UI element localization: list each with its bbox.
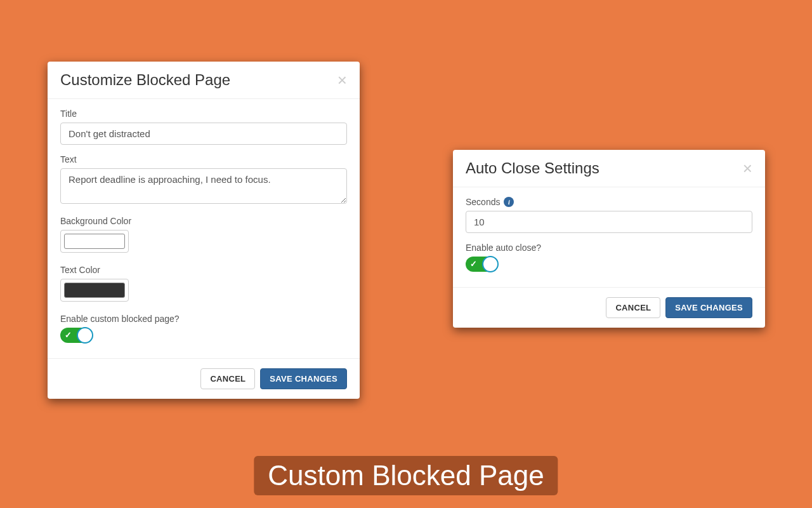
bg-color-label: Background Color xyxy=(60,216,347,226)
modal-header: Customize Blocked Page × xyxy=(48,62,360,99)
bg-color-well xyxy=(60,230,129,253)
modal-header: Auto Close Settings × xyxy=(453,150,765,187)
check-icon: ✓ xyxy=(65,330,72,340)
enable-autoclose-toggle[interactable]: ✓ xyxy=(466,257,497,272)
cancel-button[interactable]: CANCEL xyxy=(606,297,660,318)
modal-footer: CANCEL SAVE CHANGES xyxy=(48,358,360,399)
cancel-button[interactable]: CANCEL xyxy=(200,368,255,389)
text-label: Text xyxy=(60,154,347,164)
enable-autoclose-label: Enable auto close? xyxy=(466,243,752,253)
text-color-well xyxy=(60,279,129,302)
toggle-knob xyxy=(482,256,499,272)
text-color-label: Text Color xyxy=(60,265,347,275)
enable-custom-label: Enable custom blocked page? xyxy=(60,314,347,324)
title-label: Title xyxy=(60,109,347,119)
modal-title: Customize Blocked Page xyxy=(60,71,230,89)
enable-custom-toggle[interactable]: ✓ xyxy=(60,328,92,343)
modal-body: Seconds i Enable auto close? ✓ xyxy=(453,187,765,287)
modal-footer: CANCEL SAVE CHANGES xyxy=(453,287,765,328)
close-icon[interactable]: × xyxy=(743,160,752,177)
modal-body: Title Text Report deadline is approachin… xyxy=(48,99,360,358)
text-color-swatch[interactable] xyxy=(64,283,125,298)
save-changes-button[interactable]: SAVE CHANGES xyxy=(260,368,347,389)
text-textarea[interactable]: Report deadline is approaching, I need t… xyxy=(60,168,347,204)
seconds-input[interactable] xyxy=(466,211,752,233)
modal-title: Auto Close Settings xyxy=(466,159,599,177)
toggle-knob xyxy=(77,327,93,344)
title-input[interactable] xyxy=(60,123,347,145)
close-icon[interactable]: × xyxy=(337,72,347,88)
seconds-label: Seconds xyxy=(466,197,500,207)
page-banner: Custom Blocked Page xyxy=(254,456,558,495)
save-changes-button[interactable]: SAVE CHANGES xyxy=(665,297,752,318)
customize-blocked-page-modal: Customize Blocked Page × Title Text Repo… xyxy=(48,62,360,399)
check-icon: ✓ xyxy=(470,259,477,269)
auto-close-settings-modal: Auto Close Settings × Seconds i Enable a… xyxy=(453,150,765,328)
bg-color-swatch[interactable] xyxy=(64,234,125,249)
info-icon[interactable]: i xyxy=(504,197,514,207)
